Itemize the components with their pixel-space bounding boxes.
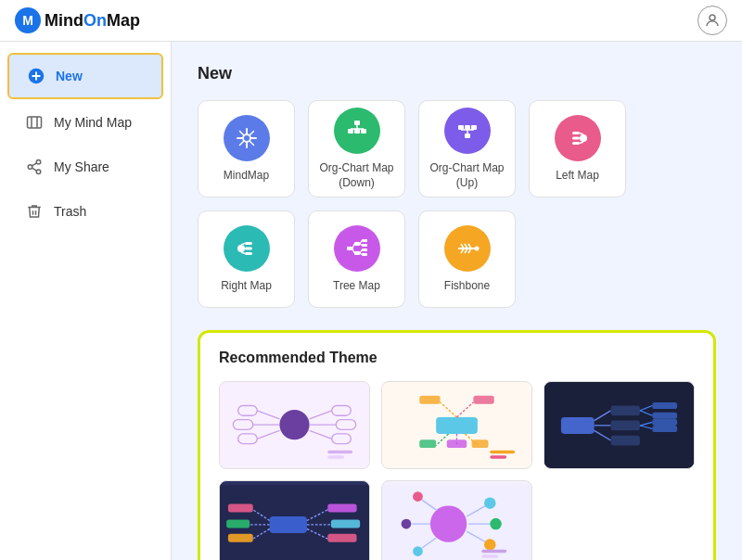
org-up-icon — [444, 108, 491, 154]
svg-point-131 — [430, 505, 467, 541]
template-card-tree-map[interactable]: Tree Map — [308, 210, 405, 308]
svg-point-139 — [413, 491, 423, 502]
svg-rect-32 — [465, 134, 470, 138]
svg-line-61 — [360, 253, 362, 255]
svg-rect-129 — [327, 534, 356, 542]
template-card-right-map[interactable]: Right Map — [198, 210, 295, 308]
recommended-section: Recommended Theme — [198, 330, 716, 560]
layout: New My Mind Map — [0, 42, 742, 560]
right-map-icon — [224, 225, 270, 272]
sidebar-item-my-share-label: My Share — [54, 159, 109, 174]
svg-point-133 — [484, 497, 496, 509]
svg-rect-127 — [331, 520, 360, 528]
template-card-org-down[interactable]: Org-Chart Map(Down) — [308, 100, 405, 197]
map-icon — [24, 112, 45, 133]
svg-line-59 — [360, 244, 362, 246]
svg-rect-119 — [228, 504, 253, 513]
user-icon[interactable] — [697, 6, 727, 35]
left-map-label: Left Map — [556, 169, 599, 184]
svg-rect-22 — [354, 121, 360, 125]
fishbone-label: Fishbone — [444, 279, 490, 294]
svg-rect-111 — [652, 413, 677, 419]
svg-rect-85 — [327, 455, 344, 459]
logo-text: MindOnMap — [45, 11, 140, 31]
svg-point-135 — [490, 518, 502, 530]
recommended-title: Recommended Theme — [219, 350, 695, 366]
svg-rect-38 — [572, 142, 580, 145]
svg-line-10 — [32, 168, 36, 171]
sidebar-item-my-mind-map-label: My Mind Map — [54, 115, 132, 130]
theme-card-2[interactable] — [381, 381, 532, 469]
tree-map-label: Tree Map — [333, 279, 380, 294]
trash-icon — [24, 201, 45, 222]
svg-point-141 — [402, 519, 412, 529]
org-down-label: Org-Chart Map(Down) — [319, 161, 393, 190]
template-card-left-map[interactable]: Left Map — [529, 100, 626, 197]
svg-line-58 — [360, 240, 362, 244]
theme-card-5[interactable] — [381, 480, 532, 560]
svg-line-41 — [580, 142, 583, 144]
svg-line-60 — [360, 249, 362, 253]
svg-rect-117 — [270, 516, 307, 533]
template-card-fishbone[interactable]: Fishbone — [418, 210, 516, 308]
svg-rect-115 — [652, 426, 677, 432]
svg-rect-36 — [572, 132, 580, 134]
right-map-label: Right Map — [221, 279, 272, 294]
sidebar-item-trash[interactable]: Trash — [7, 190, 163, 233]
org-up-label: Org-Chart Map (Up) — [419, 161, 515, 190]
sidebar-item-my-mind-map[interactable]: My Mind Map — [7, 101, 163, 144]
svg-point-9 — [36, 170, 41, 174]
svg-rect-93 — [419, 439, 436, 448]
svg-rect-95 — [447, 439, 467, 448]
template-grid: MindMap Org-Chart Map(Down) — [198, 100, 716, 308]
topbar: M MindOnMap — [0, 0, 742, 42]
svg-rect-49 — [347, 247, 352, 250]
svg-rect-144 — [481, 550, 506, 554]
theme-card-4[interactable] — [219, 480, 370, 560]
svg-rect-44 — [245, 247, 252, 249]
svg-rect-113 — [652, 419, 677, 426]
new-section-title: New — [198, 64, 716, 83]
svg-point-8 — [28, 165, 32, 170]
svg-point-137 — [484, 539, 496, 551]
svg-point-7 — [36, 160, 41, 165]
sidebar-item-new[interactable]: New — [7, 53, 163, 99]
svg-point-0 — [710, 15, 715, 20]
svg-line-20 — [249, 131, 253, 134]
svg-rect-55 — [362, 253, 367, 256]
svg-rect-91 — [473, 396, 493, 404]
svg-rect-97 — [472, 439, 489, 448]
svg-rect-53 — [362, 244, 367, 247]
svg-point-63 — [474, 246, 479, 250]
sidebar-item-trash-label: Trash — [54, 204, 86, 219]
svg-rect-4 — [28, 117, 42, 128]
svg-rect-51 — [354, 251, 360, 255]
template-card-org-up[interactable]: Org-Chart Map (Up) — [418, 100, 516, 197]
svg-rect-123 — [228, 534, 253, 542]
svg-rect-50 — [354, 242, 360, 246]
fishbone-icon — [444, 225, 491, 272]
svg-rect-99 — [490, 455, 506, 459]
tree-map-icon — [334, 225, 380, 272]
svg-line-18 — [239, 131, 243, 134]
svg-rect-43 — [245, 242, 252, 245]
svg-line-19 — [249, 141, 253, 145]
theme-card-3[interactable] — [544, 381, 695, 469]
svg-line-46 — [241, 243, 245, 245]
theme-card-1[interactable] — [219, 381, 370, 469]
svg-rect-109 — [652, 402, 677, 409]
template-card-mindmap[interactable]: MindMap — [198, 100, 295, 197]
svg-rect-52 — [362, 239, 367, 242]
plus-icon — [26, 66, 46, 86]
svg-rect-145 — [481, 554, 498, 558]
svg-point-71 — [279, 410, 309, 439]
mindmap-icon — [224, 115, 270, 161]
svg-line-57 — [352, 248, 354, 253]
sidebar-item-my-share[interactable]: My Share — [7, 146, 163, 188]
svg-rect-105 — [611, 421, 640, 431]
svg-line-21 — [239, 141, 243, 145]
share-icon — [24, 157, 45, 177]
svg-point-143 — [413, 546, 423, 556]
svg-rect-107 — [611, 436, 640, 446]
svg-rect-37 — [572, 136, 580, 139]
